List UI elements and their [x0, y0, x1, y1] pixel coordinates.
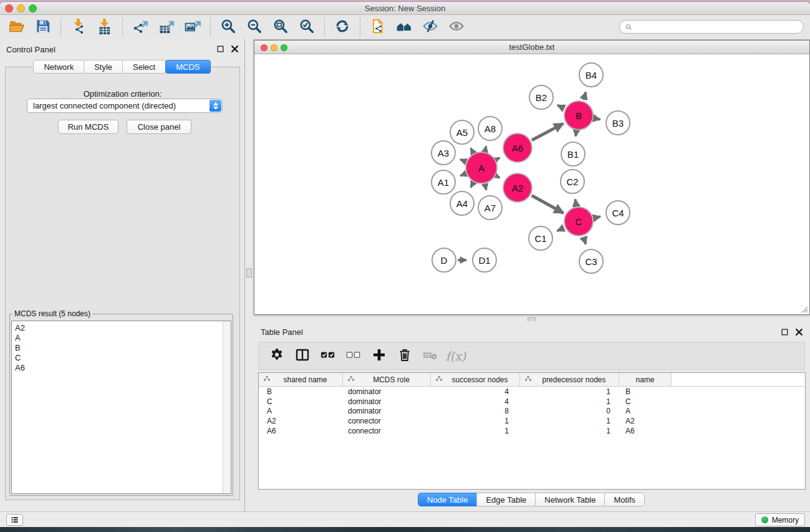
add-column-icon: [372, 347, 387, 364]
save-session-button[interactable]: [30, 17, 56, 38]
zoom-in-icon: [220, 18, 236, 36]
export-image-button[interactable]: [180, 17, 206, 38]
window-close-button[interactable]: [5, 4, 13, 12]
tab-edge-table[interactable]: Edge Table: [476, 493, 536, 506]
resize-grip-icon[interactable]: [801, 306, 809, 314]
column-header-label: MCDS role: [355, 375, 428, 384]
graph-node-C4[interactable]: C4: [605, 200, 630, 225]
zoom-selected-icon: [299, 18, 315, 36]
criterion-dropdown[interactable]: largest connected component (directed): [27, 99, 223, 113]
tab-select[interactable]: Select: [122, 60, 166, 74]
float-panel-icon[interactable]: [216, 44, 225, 54]
export-network-icon: [132, 18, 148, 36]
graph-node-A5[interactable]: A5: [450, 120, 475, 145]
graph-node-D[interactable]: D: [432, 248, 456, 273]
select-all-columns-button[interactable]: [317, 346, 339, 367]
cell-successor_nodes: 4: [431, 387, 520, 396]
zoom-fit-button[interactable]: [268, 17, 294, 38]
result-list-item[interactable]: C: [12, 353, 231, 363]
float-panel-icon[interactable]: [780, 327, 789, 337]
zoom-out-button[interactable]: [241, 17, 268, 38]
mcds-result-list[interactable]: A2ABCA6: [11, 321, 231, 494]
close-panel-icon[interactable]: [794, 327, 804, 337]
table-row[interactable]: Bdominator41B: [259, 387, 805, 397]
import-network-button[interactable]: [65, 17, 92, 38]
cell-successor_nodes: 1: [431, 417, 520, 425]
cell-mcds_role: dominator: [343, 407, 431, 415]
zoom-fit-icon: [272, 18, 289, 36]
delete-column-button[interactable]: [394, 346, 415, 367]
graph-node-B4[interactable]: B4: [579, 62, 604, 87]
table-row[interactable]: A2connector11A2: [259, 416, 805, 426]
open-folder-button[interactable]: [4, 17, 30, 38]
column-header-predecessor-nodes[interactable]: predecessor nodes: [520, 373, 619, 386]
graph-node-D1[interactable]: D1: [472, 248, 497, 273]
close-panel-button[interactable]: Close panel: [127, 120, 191, 134]
window-minimize-button[interactable]: [17, 4, 25, 12]
graph-node-A4[interactable]: A4: [450, 191, 475, 216]
zoom-in-button[interactable]: [215, 17, 241, 38]
task-history-button[interactable]: [6, 514, 23, 526]
close-panel-icon[interactable]: [230, 44, 239, 54]
column-header-shared-name[interactable]: shared name: [259, 373, 343, 386]
tab-node-table[interactable]: Node Table: [418, 493, 478, 506]
table-row[interactable]: Adominator80A: [259, 406, 805, 416]
graph-node-B1[interactable]: B1: [561, 142, 586, 167]
tab-motifs[interactable]: Motifs: [604, 493, 645, 506]
network-minimize-button[interactable]: [271, 44, 277, 51]
search-input[interactable]: [635, 22, 798, 31]
graph-node-A8[interactable]: A8: [478, 116, 503, 141]
column-header-MCDS-role[interactable]: MCDS role: [343, 373, 431, 386]
graph-node-B[interactable]: B: [564, 100, 594, 130]
hide-selected-eye-button[interactable]: [417, 17, 443, 38]
graph-node-A[interactable]: A: [465, 152, 498, 184]
control-panel-title: Control Panel: [6, 45, 55, 54]
memory-button[interactable]: Memory: [755, 513, 805, 526]
zoom-selected-button[interactable]: [294, 17, 320, 38]
run-mcds-button[interactable]: Run MCDS: [58, 120, 118, 134]
column-header-successor-nodes[interactable]: successor nodes: [431, 373, 520, 386]
graph-node-A1[interactable]: A1: [431, 170, 456, 195]
result-list-item[interactable]: A6: [12, 363, 231, 373]
tab-style[interactable]: Style: [84, 60, 123, 74]
result-list-scrollbar[interactable]: [223, 321, 231, 493]
network-close-button[interactable]: [261, 44, 268, 51]
window-zoom-button[interactable]: [29, 4, 37, 12]
export-network-button[interactable]: [127, 17, 153, 38]
network-from-document-button[interactable]: [365, 17, 391, 38]
graph-node-C[interactable]: C: [564, 206, 594, 236]
graph-node-A6[interactable]: A6: [503, 133, 533, 163]
graph-node-B2[interactable]: B2: [529, 85, 554, 110]
panel-splitter-handle[interactable]: [246, 268, 252, 278]
graph-node-A3[interactable]: A3: [431, 140, 456, 165]
result-list-item[interactable]: B: [12, 343, 231, 353]
add-column-button[interactable]: [369, 346, 390, 367]
split-columns-button[interactable]: [292, 346, 313, 367]
toolbar-separator: [360, 18, 360, 37]
toolbar-separator: [324, 18, 325, 37]
graph-node-A2[interactable]: A2: [503, 173, 533, 203]
result-list-item[interactable]: A: [12, 333, 231, 343]
tab-network[interactable]: Network: [33, 60, 84, 74]
graph-node-B3[interactable]: B3: [605, 110, 630, 135]
graph-node-C3[interactable]: C3: [579, 249, 604, 274]
search-box[interactable]: [619, 20, 804, 34]
tab-network-table[interactable]: Network Table: [535, 493, 605, 506]
result-list-item[interactable]: A2: [12, 321, 231, 333]
network-zoom-button[interactable]: [281, 44, 287, 51]
network-canvas[interactable]: B4B2BB3A5A8A6B1A3AC2A1A2A4A7C4CC1C3DD1: [254, 54, 809, 314]
table-row[interactable]: A6connector11A6: [259, 426, 805, 436]
export-table-button[interactable]: [153, 17, 180, 38]
column-header-name[interactable]: name: [619, 373, 672, 386]
table-row[interactable]: Cdominator41C: [259, 397, 805, 407]
refresh-layout-button[interactable]: [329, 17, 355, 38]
neighbors-houses-button[interactable]: [391, 17, 417, 38]
settings-gear-button[interactable]: [266, 346, 287, 367]
cell-name: C: [619, 397, 672, 406]
import-table-button[interactable]: [92, 17, 118, 38]
tab-mcds[interactable]: MCDS: [165, 60, 210, 74]
graph-node-C1[interactable]: C1: [528, 226, 553, 251]
graph-node-A7[interactable]: A7: [478, 195, 503, 220]
graph-node-C2[interactable]: C2: [560, 169, 585, 194]
deselect-all-columns-button[interactable]: [343, 346, 364, 367]
